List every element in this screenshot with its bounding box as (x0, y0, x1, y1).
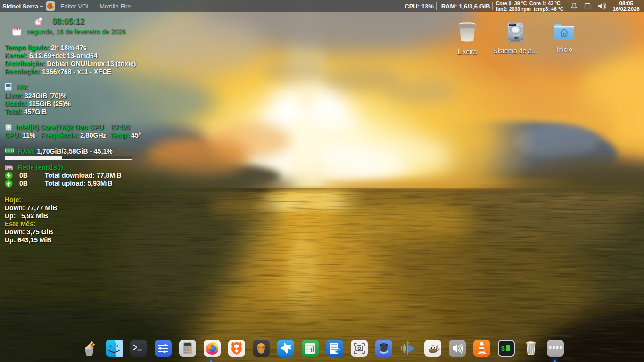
svg-text:$: $ (501, 345, 505, 352)
